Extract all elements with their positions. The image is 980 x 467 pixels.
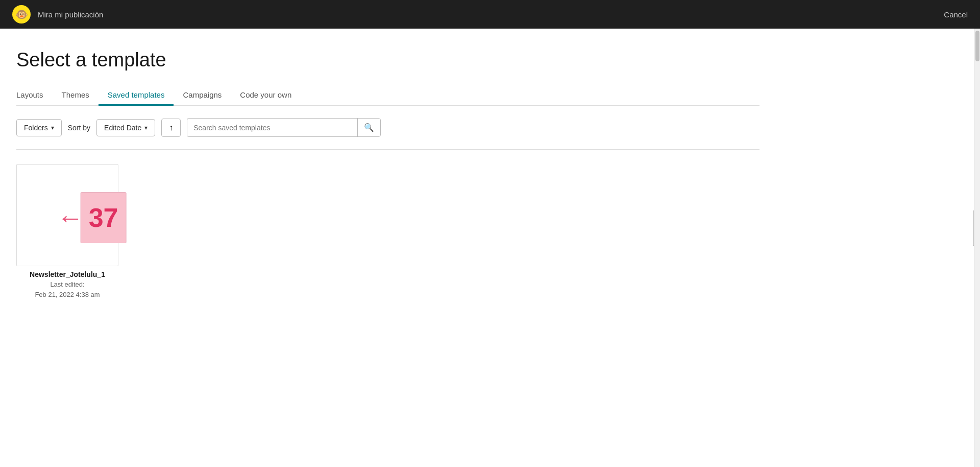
search-container: 🔍 bbox=[187, 118, 381, 137]
template-meta: Last edited: Feb 21, 2022 4:38 am bbox=[16, 279, 118, 299]
tab-saved-templates[interactable]: Saved templates bbox=[99, 85, 174, 106]
sort-field-button[interactable]: Edited Date bbox=[96, 119, 155, 136]
tab-themes[interactable]: Themes bbox=[53, 85, 99, 106]
top-navigation: 🐵 Mira mi publicación Cancel bbox=[0, 0, 980, 29]
template-toolbar: Folders Sort by Edited Date ↑ 🔍 bbox=[16, 118, 760, 137]
template-thumbnail: ← 37 bbox=[16, 164, 118, 266]
scrollbar-thumb[interactable] bbox=[975, 31, 979, 61]
sort-up-icon: ↑ bbox=[169, 123, 173, 132]
scrollbar-track[interactable] bbox=[974, 29, 980, 316]
search-input[interactable] bbox=[187, 120, 357, 136]
badge-arrow-box: ← 37 bbox=[57, 192, 127, 243]
badge-number: 37 bbox=[89, 202, 118, 233]
tab-code-your-own[interactable]: Code your own bbox=[231, 85, 301, 106]
template-tabs: Layouts Themes Saved templates Campaigns… bbox=[16, 85, 760, 106]
mailchimp-logo: 🐵 bbox=[12, 5, 31, 24]
search-button[interactable]: 🔍 bbox=[357, 119, 380, 136]
sort-direction-button[interactable]: ↑ bbox=[161, 119, 181, 137]
template-name: Newsletter_Jotelulu_1 bbox=[16, 270, 118, 278]
badge-overlay: ← 37 bbox=[57, 192, 127, 243]
nav-left: 🐵 Mira mi publicación bbox=[12, 5, 103, 24]
tab-campaigns[interactable]: Campaigns bbox=[174, 85, 231, 106]
publication-title: Mira mi publicación bbox=[38, 10, 103, 19]
search-icon: 🔍 bbox=[364, 123, 374, 132]
last-edited-date: Feb 21, 2022 4:38 am bbox=[35, 291, 100, 298]
folders-button[interactable]: Folders bbox=[16, 119, 62, 136]
cancel-button[interactable]: Cancel bbox=[944, 10, 968, 19]
last-edited-label: Last edited: bbox=[50, 281, 84, 288]
badge-arrow-icon: ← bbox=[57, 204, 84, 231]
template-card[interactable]: ← 37 Newsletter_Jotelulu_1 Last edited: … bbox=[16, 164, 118, 299]
tab-layouts[interactable]: Layouts bbox=[16, 85, 53, 106]
templates-grid: ← 37 Newsletter_Jotelulu_1 Last edited: … bbox=[16, 164, 760, 299]
toolbar-divider bbox=[16, 149, 760, 150]
page-title: Select a template bbox=[16, 49, 760, 71]
main-content: Select a template Layouts Themes Saved t… bbox=[0, 29, 776, 316]
sort-by-label: Sort by bbox=[68, 124, 90, 132]
badge-box: 37 bbox=[81, 192, 127, 243]
